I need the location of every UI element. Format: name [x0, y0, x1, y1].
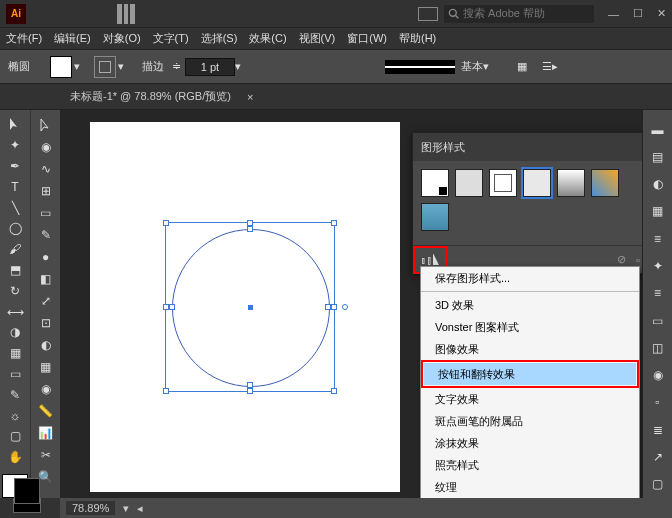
document-tab[interactable]: 未标题-1* @ 78.89% (RGB/预览): [62, 89, 239, 104]
workspace-icon[interactable]: [418, 7, 438, 21]
minimize-button[interactable]: —: [608, 8, 619, 20]
pen-tool[interactable]: ✒: [3, 157, 27, 176]
ctx-text-effect[interactable]: 文字效果: [421, 388, 639, 410]
style-swatch-3[interactable]: [489, 169, 517, 197]
handle-br[interactable]: [331, 388, 337, 394]
menu-file[interactable]: 文件(F): [6, 31, 42, 46]
perspective-tool[interactable]: ▦: [3, 344, 27, 363]
pencil-tool[interactable]: ✎: [34, 225, 58, 245]
handle-tl[interactable]: [163, 220, 169, 226]
stroke-color[interactable]: [14, 478, 40, 504]
dock-libraries[interactable]: ▤: [646, 144, 670, 169]
graphic-styles-panel[interactable]: 图形样式 ≡ ⫾⫿◣ ⊘: [412, 132, 642, 274]
maximize-button[interactable]: ☐: [633, 7, 643, 20]
style-swatch-5[interactable]: [557, 169, 585, 197]
menu-window[interactable]: 窗口(W): [347, 31, 387, 46]
menu-object[interactable]: 对象(O): [103, 31, 141, 46]
measure-tool[interactable]: 📏: [34, 401, 58, 421]
touch-type-tool[interactable]: ⊞: [34, 181, 58, 201]
anchor-l[interactable]: [169, 304, 175, 310]
zoom-level[interactable]: 78.89%: [66, 501, 115, 515]
menu-edit[interactable]: 编辑(E): [54, 31, 91, 46]
ctx-texture[interactable]: 纹理: [421, 476, 639, 498]
type-tool[interactable]: T: [3, 177, 27, 196]
anchor-r[interactable]: [325, 304, 331, 310]
ctx-image-effect[interactable]: 图像效果: [421, 338, 639, 360]
style-swatch-6[interactable]: [591, 169, 619, 197]
stroke-label[interactable]: 描边: [142, 59, 164, 74]
layout-icon[interactable]: [116, 4, 136, 24]
dock-layers[interactable]: ≣: [646, 417, 670, 442]
shape-builder-tool[interactable]: ◑: [3, 323, 27, 342]
dock-artboards[interactable]: ▢: [646, 472, 670, 497]
style-swatch-7[interactable]: [421, 203, 449, 231]
dock-properties[interactable]: ▬: [646, 117, 670, 142]
style-swatch-2[interactable]: [455, 169, 483, 197]
stroke-dropdown[interactable]: ▾: [118, 60, 124, 73]
brush-dropdown[interactable]: ▾: [483, 60, 489, 73]
style-swatch-4[interactable]: [523, 169, 551, 197]
stroke-dec[interactable]: ≑: [172, 60, 181, 73]
menu-select[interactable]: 选择(S): [201, 31, 238, 46]
close-button[interactable]: ✕: [657, 7, 666, 20]
search-input[interactable]: 搜索 Adobe 帮助: [444, 5, 594, 23]
ctx-save-style[interactable]: 保存图形样式...: [421, 267, 639, 289]
handle-r[interactable]: [331, 304, 337, 310]
dock-gradient[interactable]: ▭: [646, 308, 670, 333]
dock-transparency[interactable]: ◫: [646, 335, 670, 360]
slice-tool[interactable]: ✂: [34, 445, 58, 465]
ctx-button-rollover[interactable]: 按钮和翻转效果: [424, 363, 636, 385]
dock-swatches[interactable]: ▦: [646, 199, 670, 224]
selection-bounds[interactable]: [165, 222, 335, 392]
eraser-tool[interactable]: ◧: [34, 269, 58, 289]
fill-dropdown[interactable]: ▾: [74, 60, 80, 73]
lasso-tool[interactable]: ◉: [34, 137, 58, 157]
stroke-swatch[interactable]: [94, 56, 116, 78]
dock-symbols[interactable]: ✦: [646, 253, 670, 278]
handle-b[interactable]: [247, 388, 253, 394]
style-swatch-1[interactable]: [421, 169, 449, 197]
handle-bl[interactable]: [163, 388, 169, 394]
ctx-scribble[interactable]: 涂抹效果: [421, 432, 639, 454]
dock-appearance[interactable]: ◉: [646, 363, 670, 388]
scale-tool[interactable]: ⤢: [34, 291, 58, 311]
artboard[interactable]: [90, 122, 400, 492]
selection-tool[interactable]: [3, 115, 27, 134]
direct-selection-tool[interactable]: [34, 115, 58, 135]
anchor-b[interactable]: [247, 382, 253, 388]
document-close-button[interactable]: ×: [247, 91, 253, 103]
dock-brushes[interactable]: ≡: [646, 226, 670, 251]
new-style-icon[interactable]: ▫: [636, 254, 640, 266]
ellipse-tool[interactable]: ◯: [3, 219, 27, 238]
blend-tool[interactable]: ◉: [34, 379, 58, 399]
line-tool[interactable]: ╲: [3, 198, 27, 217]
align-icon[interactable]: ☰▸: [541, 58, 559, 76]
ctx-illuminate[interactable]: 照亮样式: [421, 454, 639, 476]
stroke-weight-input[interactable]: 1 pt: [185, 58, 235, 76]
rectangle-tool[interactable]: ▭: [34, 203, 58, 223]
ctx-vonster[interactable]: Vonster 图案样式: [421, 316, 639, 338]
gradient-tool[interactable]: ▭: [3, 365, 27, 384]
panel-header[interactable]: 图形样式 ≡: [413, 133, 642, 161]
curvature-tool[interactable]: ∿: [34, 159, 58, 179]
pie-handle[interactable]: [342, 304, 348, 310]
free-transform-tool[interactable]: ⊡: [34, 313, 58, 333]
graph-tool[interactable]: 📊: [34, 423, 58, 443]
blob-brush-tool[interactable]: ●: [34, 247, 58, 267]
dock-color[interactable]: ◐: [646, 172, 670, 197]
handle-tr[interactable]: [331, 220, 337, 226]
dock-graphic-styles[interactable]: ▫: [646, 390, 670, 415]
style-icon[interactable]: ▦: [513, 58, 531, 76]
menu-type[interactable]: 文字(T): [153, 31, 189, 46]
anchor-t[interactable]: [247, 226, 253, 232]
menu-help[interactable]: 帮助(H): [399, 31, 436, 46]
ctx-blob-brush[interactable]: 斑点画笔的附属品: [421, 410, 639, 432]
fill-swatch[interactable]: [50, 56, 72, 78]
menu-effect[interactable]: 效果(C): [249, 31, 286, 46]
center-point[interactable]: [248, 305, 253, 310]
menu-view[interactable]: 视图(V): [299, 31, 336, 46]
eyedropper-tool[interactable]: ✎: [3, 385, 27, 404]
live-paint-tool[interactable]: ◐: [34, 335, 58, 355]
brush-preview[interactable]: [385, 60, 455, 74]
canvas[interactable]: 图形样式 ≡ ⫾⫿◣ ⊘: [60, 110, 642, 498]
